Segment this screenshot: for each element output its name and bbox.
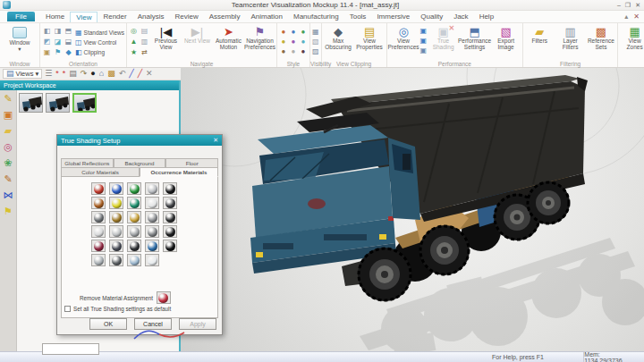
fit-view-icon[interactable]: ◆	[64, 48, 73, 58]
minimize-icon[interactable]: –	[617, 2, 621, 9]
rotate-view-icon[interactable]: ◪	[53, 38, 63, 47]
material-swatch[interactable]	[145, 254, 159, 266]
material-swatch[interactable]	[109, 225, 123, 238]
invert-icon[interactable]: ▨	[312, 47, 319, 56]
material-swatch[interactable]	[91, 211, 106, 223]
snapshot-icon[interactable]: ▣	[4, 109, 13, 120]
key-point-alt-icon[interactable]: *	[63, 69, 66, 79]
material-swatch[interactable]	[127, 254, 141, 266]
view-preferences-button[interactable]: ◎ View Preferences	[389, 25, 419, 51]
clipping-button[interactable]: ◧Clipping	[75, 47, 124, 56]
material-swatch[interactable]	[127, 182, 141, 195]
style-textured-icon[interactable]: ●	[299, 38, 308, 46]
list-icon[interactable]: ☰	[45, 69, 52, 79]
view-properties-button[interactable]: ▤ View Properties	[355, 25, 385, 51]
walk-icon[interactable]: ★	[129, 48, 139, 58]
truck-thumbnail-2[interactable]	[46, 93, 70, 113]
material-swatch[interactable]	[127, 225, 141, 238]
truck-thumbnail-3[interactable]	[72, 93, 97, 113]
true-shading-button[interactable]: ▣ ✕ True Shading	[428, 25, 458, 51]
layer-filters-button[interactable]: ▥ Layer Filters	[555, 25, 584, 51]
material-swatch[interactable]	[91, 197, 106, 209]
material-swatch[interactable]	[91, 182, 106, 195]
material-swatch[interactable]	[163, 240, 177, 252]
material-swatch[interactable]	[109, 211, 123, 223]
views-dropdown[interactable]: ▤ Views ▾	[3, 69, 42, 79]
material-swatch[interactable]	[145, 240, 159, 252]
spin-view-icon[interactable]: ⬓	[64, 38, 73, 47]
standard-views-button[interactable]: ▦Standard Views	[75, 28, 124, 37]
pencil-red-icon[interactable]: ╱	[138, 69, 142, 79]
dialog-tab[interactable]: Occurrence Materials	[140, 167, 218, 177]
next-view-button[interactable]: ▶| Next View	[182, 25, 212, 45]
menu-tab[interactable]: Immersive	[371, 12, 415, 22]
pan-view-icon[interactable]: ▣	[42, 48, 52, 58]
compare-icon[interactable]: ⋈	[4, 189, 13, 200]
material-swatch[interactable]	[109, 254, 123, 266]
truck-thumbnail-1[interactable]	[19, 93, 43, 113]
dialog-close-icon[interactable]: ✕	[213, 137, 218, 144]
style-dark-icon[interactable]: ●	[299, 47, 308, 56]
window-button[interactable]: Window ▾	[2, 25, 38, 53]
material-swatch[interactable]	[109, 182, 123, 195]
right-view-icon[interactable]: ◩	[42, 38, 52, 47]
navigation-preferences-button[interactable]: ⚑ Navigation Preferences	[245, 25, 275, 51]
style-smooth-icon[interactable]: ●	[289, 47, 298, 56]
show-icon[interactable]: ▦	[312, 28, 319, 37]
menu-tab[interactable]: Jack	[448, 12, 473, 22]
erase-icon[interactable]: ✕	[146, 69, 153, 79]
material-swatch[interactable]	[163, 182, 177, 195]
hide-icon[interactable]: ▧	[312, 38, 319, 46]
material-swatch[interactable]	[127, 240, 141, 252]
material-swatch[interactable]	[109, 197, 123, 209]
top-view-icon[interactable]: ◨	[53, 27, 63, 37]
coordinate-readout-field[interactable]	[42, 343, 99, 355]
dialog-tab[interactable]: Global Reflections	[61, 158, 114, 167]
style-hidden-icon[interactable]: ●	[299, 28, 308, 37]
collapse-ribbon-icon[interactable]: ▴	[624, 13, 628, 21]
style-flat-icon[interactable]: ●	[279, 47, 288, 56]
ok-button[interactable]: OK	[89, 318, 127, 330]
material-swatch[interactable]	[91, 254, 106, 266]
notes-icon[interactable]: ✎	[4, 173, 12, 184]
remove-material-button[interactable]	[157, 291, 171, 304]
style-points-icon[interactable]: ●	[289, 38, 298, 46]
material-swatch[interactable]	[145, 182, 159, 195]
menu-tab[interactable]: Manufacturing	[288, 12, 344, 22]
menu-tab[interactable]: Tools	[344, 12, 372, 22]
undo-icon[interactable]: ↶	[119, 69, 126, 79]
menu-tab[interactable]: Quality	[415, 12, 448, 22]
material-swatch[interactable]	[91, 240, 106, 252]
key-point-icon[interactable]: *	[55, 69, 59, 79]
filters-button[interactable]: ▰ Filters	[525, 25, 554, 45]
tab-file[interactable]: File	[7, 12, 35, 21]
measure-icon[interactable]: ◎	[4, 141, 13, 152]
home-icon[interactable]: ⌂	[99, 69, 104, 79]
automatic-motion-button[interactable]: ➤ Automatic Motion	[214, 25, 243, 51]
copy-view-icon[interactable]: ▤	[140, 27, 149, 37]
close-document-icon[interactable]: ✕	[633, 13, 640, 21]
iso-view-icon[interactable]: ◧	[42, 27, 52, 37]
menu-tab[interactable]: Home	[40, 12, 70, 22]
pencil-blue-icon[interactable]: ╱	[129, 69, 133, 79]
material-swatch[interactable]	[145, 211, 159, 223]
material-swatch[interactable]	[127, 211, 141, 223]
material-swatch[interactable]	[109, 240, 123, 252]
style-outline-icon[interactable]: ●	[279, 38, 288, 46]
style-wire-icon[interactable]: ●	[289, 28, 298, 37]
material-swatch[interactable]	[163, 197, 177, 209]
previous-view-button[interactable]: |◀ Previous View	[151, 25, 181, 51]
redo-icon[interactable]: ↷	[80, 69, 88, 79]
dialog-tab[interactable]: Background	[114, 158, 166, 167]
menu-tab[interactable]: Review	[169, 12, 203, 22]
material-swatch[interactable]	[145, 225, 159, 238]
open-folder-icon[interactable]: ▰	[4, 125, 12, 136]
materials-icon[interactable]: ❀	[4, 157, 12, 168]
cache-icon[interactable]: ▣	[420, 46, 428, 55]
view-zones-button[interactable]: ▦ View Zones	[620, 25, 644, 51]
view-control-button[interactable]: ◫View Control	[75, 38, 124, 46]
reference-sets-button[interactable]: ▩ Reference Sets	[587, 25, 615, 51]
dialog-title-bar[interactable]: True Shading Setup ✕	[57, 135, 222, 146]
max-obscuring-button[interactable]: ◆ Max Obscuring	[324, 25, 353, 51]
dialog-tab[interactable]: Floor	[165, 158, 218, 167]
